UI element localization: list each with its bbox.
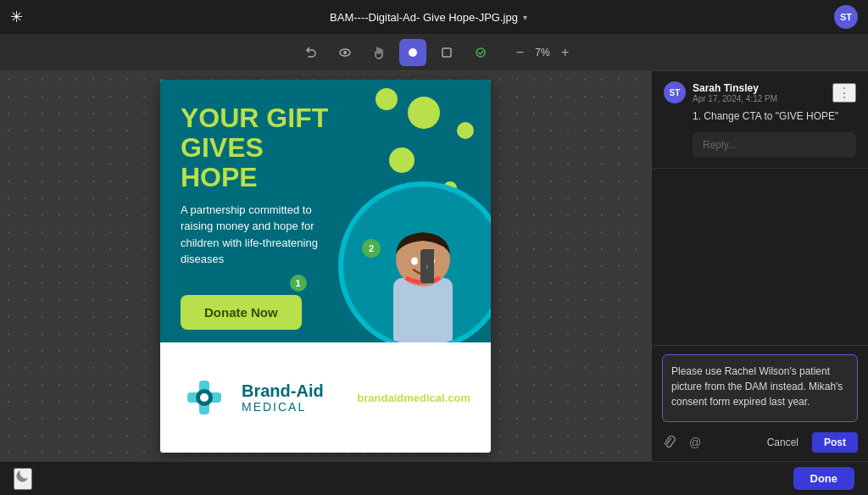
brand-text: Brand-Aid MEDICAL <box>242 381 324 414</box>
mention-icon[interactable]: @ <box>689 434 701 451</box>
comment-date: Apr 17, 2024, 4:12 PM <box>693 94 777 103</box>
frame-button[interactable] <box>433 39 460 66</box>
select-button[interactable] <box>399 39 426 66</box>
comment-badge-2: 2 <box>362 239 381 258</box>
post-button[interactable]: Post <box>812 432 858 453</box>
undo-button[interactable] <box>298 39 325 66</box>
top-bar: ✳ BAM----Digital-Ad- Give Hope-JPG.jpg ▾… <box>0 0 868 34</box>
done-button[interactable]: Done <box>793 467 855 490</box>
svg-rect-3 <box>442 48 451 57</box>
comment-author-info: Sarah Tinsley Apr 17, 2024, 4:12 PM <box>693 82 777 103</box>
comment-more-button[interactable]: ⋮ <box>832 83 856 103</box>
check-button[interactable] <box>467 39 494 66</box>
hand-button[interactable] <box>365 39 392 66</box>
comment-avatar: ST <box>664 81 686 103</box>
comment-input-area: Please use Rachel Wilson's patient pictu… <box>652 345 868 461</box>
zoom-in-button[interactable]: + <box>559 45 570 60</box>
app-logo: ✳ <box>10 8 23 26</box>
zoom-controls: − 7% + <box>515 45 571 60</box>
bottom-bar: Done <box>0 461 868 495</box>
comment-author-name: Sarah Tinsley <box>693 82 777 94</box>
top-bar-left: ✳ <box>10 8 23 26</box>
toolbar: − 7% + <box>0 34 868 71</box>
canvas-area[interactable]: YOUR GIFT GIVES HOPE A partnership commi… <box>0 71 651 461</box>
comment-textarea[interactable]: Please use Rachel Wilson's patient pictu… <box>662 354 858 422</box>
ad-card: YOUR GIFT GIVES HOPE A partnership commi… <box>160 80 491 453</box>
svg-rect-5 <box>393 278 453 342</box>
comment-reply-field[interactable]: Reply... <box>693 132 856 158</box>
comment-item: ST Sarah Tinsley Apr 17, 2024, 4:12 PM ⋮… <box>652 71 868 169</box>
svg-point-13 <box>200 393 209 402</box>
collapse-panel-handle[interactable]: › <box>420 249 434 283</box>
view-button[interactable] <box>331 39 359 66</box>
comment-text: 1. Change CTA to "GIVE HOPE" <box>664 108 856 124</box>
ad-bottom: Brand-Aid MEDICAL brandaidmedical.com <box>160 342 491 453</box>
attachment-icon[interactable] <box>662 434 676 451</box>
brand-sub: MEDICAL <box>242 400 324 414</box>
comment-header: ST Sarah Tinsley Apr 17, 2024, 4:12 PM ⋮ <box>664 81 856 103</box>
brand-name: Brand-Aid <box>242 381 324 400</box>
user-avatar: ST <box>834 5 858 29</box>
brand-logo-icon <box>181 374 228 421</box>
file-name: BAM----Digital-Ad- Give Hope-JPG.jpg <box>330 11 518 24</box>
top-bar-center: BAM----Digital-Ad- Give Hope-JPG.jpg ▾ <box>330 11 527 24</box>
donate-button[interactable]: Donate Now <box>181 295 302 330</box>
zoom-out-button[interactable]: − <box>515 45 526 60</box>
right-panel: ST Sarah Tinsley Apr 17, 2024, 4:12 PM ⋮… <box>651 71 868 461</box>
panel-spacer <box>652 169 868 345</box>
svg-point-7 <box>411 258 418 265</box>
comment-actions: @ Cancel Post <box>662 432 858 453</box>
cancel-button[interactable]: Cancel <box>760 432 805 453</box>
dark-mode-button[interactable] <box>14 468 32 490</box>
comment-badge-1: 1 <box>290 275 307 292</box>
ad-headline: YOUR GIFT GIVES HOPE <box>181 103 470 193</box>
ad-top: YOUR GIFT GIVES HOPE A partnership commi… <box>160 80 491 342</box>
comment-btn-group: Cancel Post <box>760 432 858 453</box>
svg-rect-2 <box>409 48 417 57</box>
filename-chevron-icon[interactable]: ▾ <box>523 13 527 22</box>
zoom-level: 7% <box>531 47 554 58</box>
top-bar-right: ST <box>834 5 858 29</box>
ad-subtitle: A partnership committed to raising money… <box>181 202 333 268</box>
comment-author-row: ST Sarah Tinsley Apr 17, 2024, 4:12 PM <box>664 81 777 103</box>
svg-point-4 <box>476 48 485 57</box>
main-area: YOUR GIFT GIVES HOPE A partnership commi… <box>0 71 868 461</box>
comment-icon-group: @ <box>662 434 701 451</box>
brand-url: brandaidmedical.com <box>357 392 470 404</box>
photo-circle <box>338 181 491 342</box>
svg-point-1 <box>343 51 347 54</box>
